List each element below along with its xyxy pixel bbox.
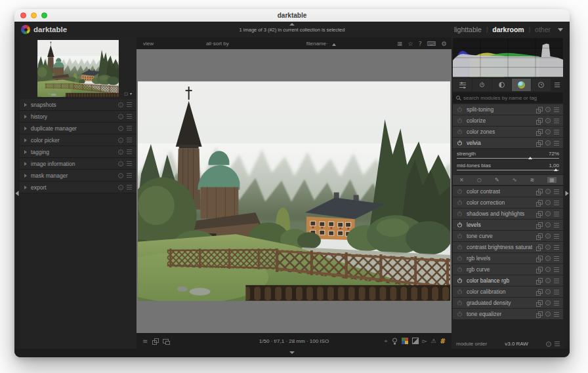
blend-parametric-mask-icon[interactable]: ∿ [513, 177, 517, 183]
tab-active-modules[interactable] [472, 79, 492, 91]
expand-arrow-icon[interactable] [24, 138, 27, 142]
module-row-contrast-brightness-saturation[interactable]: contrast brightness saturation [453, 242, 563, 252]
expand-arrow-icon[interactable] [24, 127, 27, 130]
power-icon[interactable] [457, 311, 463, 317]
presets-menu-icon[interactable] [554, 290, 559, 294]
power-icon[interactable] [457, 289, 463, 295]
module-row-rgb-levels[interactable]: rgb levels [453, 253, 563, 264]
reset-icon[interactable] [545, 245, 551, 250]
info-icon[interactable] [118, 102, 123, 108]
module-row-color-contrast[interactable]: color contrast [453, 186, 563, 197]
expand-arrow-icon[interactable] [24, 162, 27, 166]
module-presets-menu[interactable] [551, 79, 563, 91]
sidebar-section-history[interactable]: history [20, 111, 136, 123]
multi-instance-icon[interactable] [536, 233, 542, 239]
collapse-right-panel-icon[interactable] [566, 191, 569, 196]
module-row-color-correction[interactable]: color correction [453, 197, 563, 208]
multi-instance-icon[interactable] [536, 256, 542, 262]
shortcuts-icon[interactable]: ⌨ [427, 40, 436, 47]
presets-menu-icon[interactable] [127, 102, 132, 107]
fit-zoom-icon[interactable]: ▢ [124, 91, 128, 96]
darkroom-canvas[interactable] [136, 49, 452, 333]
sidebar-section-export[interactable]: export [20, 182, 136, 193]
zoom-level-control[interactable]: ▢▾ [124, 91, 132, 96]
slider-thumb[interactable] [528, 157, 532, 159]
power-icon[interactable] [457, 267, 463, 273]
reset-icon[interactable] [545, 107, 551, 112]
iso12646-assessment-icon[interactable] [392, 338, 398, 345]
chevron-down-icon[interactable]: ▾ [130, 91, 132, 96]
view-other[interactable]: other [535, 26, 551, 33]
reset-icon[interactable] [545, 289, 551, 294]
gamut-check-icon[interactable] [402, 338, 408, 344]
sort-filename[interactable]: filename [306, 41, 326, 47]
multi-instance-icon[interactable] [536, 129, 542, 135]
presets-menu-icon[interactable] [554, 212, 559, 216]
power-icon[interactable] [457, 300, 463, 306]
info-icon[interactable] [118, 185, 123, 190]
reset-icon[interactable] [545, 233, 551, 239]
presets-menu-icon[interactable] [127, 138, 132, 142]
histogram[interactable] [453, 38, 563, 77]
presets-menu-icon[interactable] [554, 223, 559, 227]
sort-by-label[interactable]: sort by [213, 41, 229, 47]
overlays-icon[interactable]: ☆ [408, 40, 413, 47]
preferences-icon[interactable]: ⚙ [441, 40, 447, 47]
power-icon[interactable] [457, 200, 463, 206]
blend-uniform-icon[interactable]: ○ [477, 177, 482, 183]
guides-icon[interactable]: # [440, 338, 446, 345]
multi-instance-icon[interactable] [536, 211, 542, 217]
duplicate-image-icon[interactable] [152, 338, 158, 344]
blend-off-icon[interactable]: × [459, 177, 464, 183]
reset-icon[interactable] [545, 211, 551, 216]
module-search-input[interactable] [463, 95, 560, 101]
reset-icon[interactable] [545, 300, 551, 305]
multi-instance-icon[interactable] [536, 267, 542, 273]
slider-value[interactable]: 72% [549, 151, 559, 157]
presets-menu-icon[interactable] [554, 245, 559, 250]
reset-icon[interactable] [545, 140, 551, 146]
multi-instance-icon[interactable] [536, 118, 542, 124]
minimize-window-button[interactable] [31, 12, 37, 18]
presets-menu-icon[interactable] [127, 185, 132, 189]
presets-menu-icon[interactable] [127, 114, 132, 119]
module-row-tone-equalizer[interactable]: tone equalizer [453, 309, 563, 319]
multi-instance-icon[interactable] [536, 300, 542, 306]
presets-menu-icon[interactable] [554, 267, 559, 272]
info-icon[interactable] [546, 342, 551, 347]
slider-thumb[interactable] [554, 168, 558, 171]
module-row-tone-curve[interactable]: tone curve [453, 231, 563, 241]
presets-menu-icon[interactable] [127, 149, 132, 154]
gamut-warning-icon[interactable]: ⚠ [431, 338, 436, 344]
reset-icon[interactable] [545, 189, 551, 194]
pipeline-version[interactable]: v3.0 RAW [505, 341, 528, 347]
multi-instance-icon[interactable] [536, 278, 542, 284]
info-icon[interactable] [118, 149, 123, 155]
presets-menu-icon[interactable] [554, 312, 559, 317]
sort-ascending-icon[interactable] [332, 43, 336, 46]
presets-menu-icon[interactable] [554, 301, 559, 305]
presets-menu-icon[interactable] [554, 256, 559, 261]
power-icon[interactable] [457, 140, 463, 146]
multi-instance-icon[interactable] [536, 107, 542, 113]
tab-color-group[interactable] [512, 79, 531, 91]
window-controls[interactable] [20, 12, 47, 18]
reset-icon[interactable] [545, 267, 551, 272]
sidebar-section-duplicate-manager[interactable]: duplicate manager [20, 123, 136, 134]
right-panel-collapse-strip[interactable] [564, 37, 570, 349]
module-row-shadows-and-highlights[interactable]: shadows and highlights [453, 208, 563, 219]
presets-menu-icon[interactable] [554, 234, 559, 239]
reset-icon[interactable] [545, 311, 551, 317]
presets-menu-icon[interactable] [554, 141, 559, 146]
navigation-thumbnail[interactable] [37, 40, 119, 97]
module-search[interactable] [453, 92, 563, 103]
tab-quick-access[interactable] [453, 79, 472, 91]
view-darkroom[interactable]: darkroom [492, 26, 524, 33]
sidebar-section-color-picker[interactable]: color picker [20, 134, 136, 146]
module-row-colorize[interactable]: colorize [453, 115, 563, 126]
zoom-window-button[interactable] [41, 12, 47, 18]
mid-tones-bias-slider[interactable]: mid-tones bias 1,00 [457, 163, 559, 172]
power-icon[interactable] [457, 107, 463, 113]
presets-menu-icon[interactable] [555, 342, 560, 346]
reset-icon[interactable] [545, 278, 551, 283]
